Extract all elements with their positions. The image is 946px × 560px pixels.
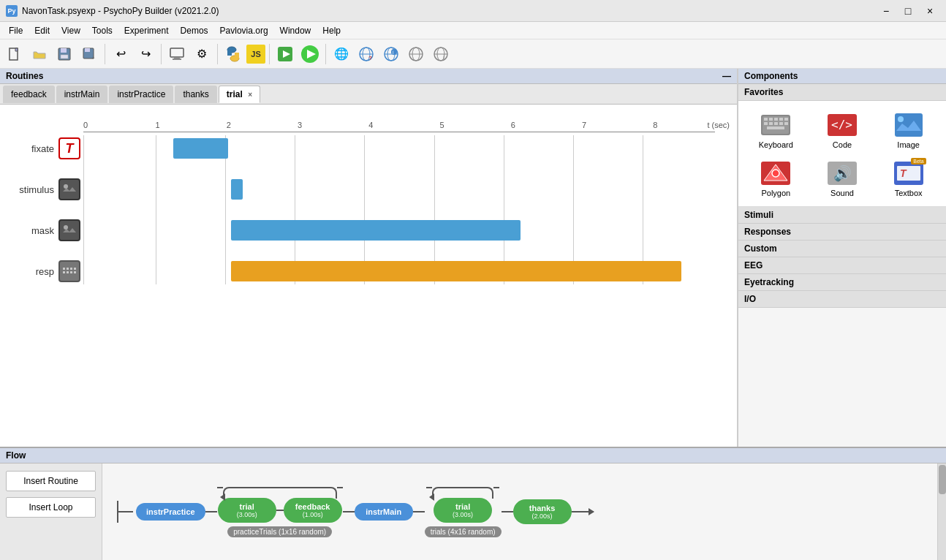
toolbar-sep-1 — [105, 44, 105, 64]
flow-scrollbar[interactable] — [937, 463, 946, 560]
menu-view[interactable]: View — [56, 24, 86, 37]
monitor-button[interactable] — [165, 42, 189, 66]
loop-nodes-row-2: trial(3.00s) — [434, 498, 492, 523]
mask-bar-container — [86, 217, 730, 243]
minimize-button[interactable]: − — [876, 1, 896, 21]
eyetracking-section[interactable]: Eyetracking — [738, 274, 946, 291]
tab-thanks[interactable]: thanks — [175, 86, 216, 103]
close-button[interactable]: × — [920, 1, 940, 21]
resp-bar[interactable] — [231, 261, 681, 281]
favorites-grid: Keyboard </> Code Image Pol — [738, 101, 946, 207]
globe5-button[interactable]: i — [429, 42, 453, 66]
globe3-button[interactable]: i — [379, 42, 403, 66]
favorites-section[interactable]: Favorites — [738, 84, 946, 101]
comp-image[interactable]: Image — [877, 107, 940, 152]
responses-section[interactable]: Responses — [738, 224, 946, 241]
tab-instrMain[interactable]: instrMain — [56, 86, 108, 103]
menu-experiment[interactable]: Experiment — [118, 24, 175, 37]
comp-polygon[interactable]: Polygon — [744, 155, 808, 200]
insert-routine-button[interactable]: Insert Routine — [6, 471, 96, 491]
comp-textbox[interactable]: T Beta Textbox — [877, 155, 940, 200]
flow-scrollbar-thumb[interactable] — [939, 465, 946, 494]
svg-rect-41 — [67, 268, 69, 270]
comp-sound[interactable]: 🔊 Sound — [811, 155, 874, 200]
eeg-section[interactable]: EEG — [738, 257, 946, 274]
globe4-button[interactable] — [404, 42, 428, 66]
globe1-button[interactable]: 🌐 — [330, 42, 353, 66]
flow-node-feedback[interactable]: feedback(1.00s) — [284, 498, 342, 523]
timeline-row-stimulus: stimulus — [7, 176, 730, 203]
flow-node-instrMain[interactable]: instrMain — [355, 503, 413, 521]
svg-rect-43 — [74, 268, 76, 270]
row-icon-fixate[interactable]: T — [58, 137, 80, 159]
run-small-button[interactable] — [273, 42, 297, 66]
row-icon-stimulus[interactable] — [58, 178, 80, 200]
row-icon-resp[interactable] — [58, 260, 80, 282]
run-button[interactable] — [298, 42, 322, 66]
js-button[interactable]: JS — [246, 45, 265, 64]
loop-back-line-left — [217, 487, 223, 488]
maximize-button[interactable]: □ — [898, 1, 918, 21]
comp-keyboard[interactable]: Keyboard — [744, 107, 808, 152]
menu-pavlovia[interactable]: Pavlovia.org — [214, 24, 274, 37]
python-button[interactable] — [222, 42, 245, 66]
svg-rect-54 — [784, 118, 788, 121]
flow-arrow-2 — [343, 511, 355, 512]
svg-point-36 — [64, 184, 68, 189]
menu-edit[interactable]: Edit — [29, 24, 56, 37]
menubar: File Edit View Tools Experiment Demos Pa… — [0, 22, 946, 39]
svg-rect-7 — [170, 48, 183, 57]
sound-label: Sound — [830, 189, 854, 197]
mask-bar[interactable] — [231, 220, 521, 241]
svg-rect-44 — [63, 271, 65, 273]
svg-point-38 — [64, 225, 68, 230]
flow-arrow-1 — [205, 511, 217, 512]
menu-window[interactable]: Window — [274, 24, 317, 37]
insert-loop-button[interactable]: Insert Loop — [6, 497, 96, 518]
svg-rect-13 — [235, 53, 239, 58]
menu-file[interactable]: File — [3, 24, 29, 37]
main-content: Routines — feedback instrMain instrPract… — [0, 69, 946, 447]
redo-button[interactable]: ↪ — [134, 42, 157, 66]
row-icon-mask[interactable] — [58, 219, 80, 241]
loop-nodes-row-1: trial(3.00s) feedback(1.00s) — [218, 498, 342, 523]
custom-section[interactable]: Custom — [738, 241, 946, 257]
open-file-button[interactable] — [28, 42, 51, 66]
menu-help[interactable]: Help — [317, 24, 347, 37]
save-button[interactable] — [53, 42, 76, 66]
stimuli-section[interactable]: Stimuli — [738, 207, 946, 224]
flow-node-instrPractice[interactable]: instrPractice — [136, 503, 205, 521]
components-panel: Components Favorites Keyboard </> Code — [738, 69, 946, 447]
save-as-button[interactable]: + — [77, 42, 101, 66]
comp-code[interactable]: </> Code — [811, 107, 874, 152]
tick-2: 2 — [227, 121, 231, 129]
tab-instrPractice[interactable]: instrPractice — [109, 86, 173, 103]
globe2-button[interactable]: ? — [355, 42, 378, 66]
menu-tools[interactable]: Tools — [86, 24, 118, 37]
fixate-bar[interactable] — [173, 138, 228, 159]
flow-node-trial-2[interactable]: trial(3.00s) — [434, 498, 492, 523]
new-file-button[interactable] — [3, 42, 26, 66]
io-section[interactable]: I/O — [738, 291, 946, 308]
svg-rect-51 — [769, 118, 773, 121]
routines-panel: Routines — feedback instrMain instrPract… — [0, 69, 738, 447]
flow-node-trial-1[interactable]: trial(3.00s) — [218, 498, 276, 523]
toolbar-sep-3 — [217, 44, 218, 64]
tab-trial[interactable]: trial × — [219, 86, 260, 103]
stimulus-bar[interactable] — [231, 179, 243, 200]
loop-group-2: trial(3.00s) trials (4x16 random) — [425, 487, 502, 537]
tabs-bar: feedback instrMain instrPractice thanks … — [0, 84, 737, 105]
tab-close-icon[interactable]: × — [248, 91, 252, 99]
flow-panel: Flow Insert Routine Insert Loop instrPra… — [0, 447, 946, 560]
titlebar-controls[interactable]: − □ × — [876, 1, 940, 21]
flow-node-thanks[interactable]: thanks(2.00s) — [513, 499, 572, 524]
tick-5: 5 — [440, 121, 444, 129]
preferences-button[interactable]: ⚙ — [190, 42, 213, 66]
titlebar: Py NavonTask.psyexp - PsychoPy Builder (… — [0, 0, 946, 22]
routines-collapse[interactable]: — — [722, 71, 731, 81]
svg-rect-57 — [774, 122, 778, 125]
undo-button[interactable]: ↩ — [109, 42, 132, 66]
menu-demos[interactable]: Demos — [175, 24, 214, 37]
tab-feedback[interactable]: feedback — [3, 86, 55, 103]
svg-rect-58 — [779, 122, 783, 125]
